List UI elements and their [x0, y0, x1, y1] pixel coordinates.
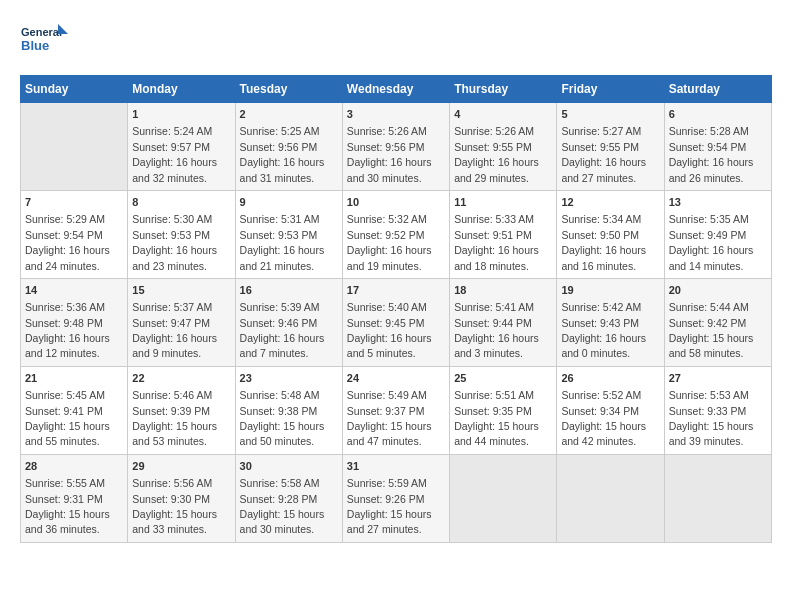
day-info: Sunrise: 5:58 AM Sunset: 9:28 PM Dayligh… — [240, 477, 325, 535]
day-number: 11 — [454, 195, 552, 210]
calendar-week-4: 21Sunrise: 5:45 AM Sunset: 9:41 PM Dayli… — [21, 366, 772, 454]
day-info: Sunrise: 5:34 AM Sunset: 9:50 PM Dayligh… — [561, 213, 646, 271]
day-number: 9 — [240, 195, 338, 210]
day-number: 30 — [240, 459, 338, 474]
day-info: Sunrise: 5:36 AM Sunset: 9:48 PM Dayligh… — [25, 301, 110, 359]
calendar-cell: 12Sunrise: 5:34 AM Sunset: 9:50 PM Dayli… — [557, 190, 664, 278]
day-info: Sunrise: 5:45 AM Sunset: 9:41 PM Dayligh… — [25, 389, 110, 447]
day-info: Sunrise: 5:32 AM Sunset: 9:52 PM Dayligh… — [347, 213, 432, 271]
calendar-header-row: SundayMondayTuesdayWednesdayThursdayFrid… — [21, 76, 772, 103]
day-number: 31 — [347, 459, 445, 474]
calendar-cell: 23Sunrise: 5:48 AM Sunset: 9:38 PM Dayli… — [235, 366, 342, 454]
calendar-week-2: 7Sunrise: 5:29 AM Sunset: 9:54 PM Daylig… — [21, 190, 772, 278]
calendar-cell: 6Sunrise: 5:28 AM Sunset: 9:54 PM Daylig… — [664, 103, 771, 191]
calendar-cell: 8Sunrise: 5:30 AM Sunset: 9:53 PM Daylig… — [128, 190, 235, 278]
logo-icon: General Blue — [20, 20, 70, 65]
day-info: Sunrise: 5:35 AM Sunset: 9:49 PM Dayligh… — [669, 213, 754, 271]
day-info: Sunrise: 5:33 AM Sunset: 9:51 PM Dayligh… — [454, 213, 539, 271]
calendar-cell: 13Sunrise: 5:35 AM Sunset: 9:49 PM Dayli… — [664, 190, 771, 278]
calendar-cell — [450, 454, 557, 542]
calendar-cell: 29Sunrise: 5:56 AM Sunset: 9:30 PM Dayli… — [128, 454, 235, 542]
day-number: 27 — [669, 371, 767, 386]
day-number: 19 — [561, 283, 659, 298]
day-info: Sunrise: 5:42 AM Sunset: 9:43 PM Dayligh… — [561, 301, 646, 359]
calendar-week-1: 1Sunrise: 5:24 AM Sunset: 9:57 PM Daylig… — [21, 103, 772, 191]
calendar-table: SundayMondayTuesdayWednesdayThursdayFrid… — [20, 75, 772, 543]
calendar-cell: 3Sunrise: 5:26 AM Sunset: 9:56 PM Daylig… — [342, 103, 449, 191]
header-thursday: Thursday — [450, 76, 557, 103]
day-info: Sunrise: 5:24 AM Sunset: 9:57 PM Dayligh… — [132, 125, 217, 183]
day-info: Sunrise: 5:48 AM Sunset: 9:38 PM Dayligh… — [240, 389, 325, 447]
calendar-week-3: 14Sunrise: 5:36 AM Sunset: 9:48 PM Dayli… — [21, 278, 772, 366]
day-info: Sunrise: 5:53 AM Sunset: 9:33 PM Dayligh… — [669, 389, 754, 447]
logo: General Blue — [20, 20, 70, 65]
calendar-cell: 9Sunrise: 5:31 AM Sunset: 9:53 PM Daylig… — [235, 190, 342, 278]
day-info: Sunrise: 5:52 AM Sunset: 9:34 PM Dayligh… — [561, 389, 646, 447]
day-info: Sunrise: 5:51 AM Sunset: 9:35 PM Dayligh… — [454, 389, 539, 447]
day-info: Sunrise: 5:41 AM Sunset: 9:44 PM Dayligh… — [454, 301, 539, 359]
header: General Blue — [20, 20, 772, 65]
calendar-cell: 2Sunrise: 5:25 AM Sunset: 9:56 PM Daylig… — [235, 103, 342, 191]
calendar-cell: 24Sunrise: 5:49 AM Sunset: 9:37 PM Dayli… — [342, 366, 449, 454]
calendar-cell: 20Sunrise: 5:44 AM Sunset: 9:42 PM Dayli… — [664, 278, 771, 366]
calendar-cell: 28Sunrise: 5:55 AM Sunset: 9:31 PM Dayli… — [21, 454, 128, 542]
calendar-cell: 22Sunrise: 5:46 AM Sunset: 9:39 PM Dayli… — [128, 366, 235, 454]
day-number: 22 — [132, 371, 230, 386]
day-info: Sunrise: 5:29 AM Sunset: 9:54 PM Dayligh… — [25, 213, 110, 271]
day-number: 14 — [25, 283, 123, 298]
svg-text:General: General — [21, 26, 62, 38]
day-number: 28 — [25, 459, 123, 474]
day-number: 4 — [454, 107, 552, 122]
calendar-cell: 27Sunrise: 5:53 AM Sunset: 9:33 PM Dayli… — [664, 366, 771, 454]
calendar-cell: 16Sunrise: 5:39 AM Sunset: 9:46 PM Dayli… — [235, 278, 342, 366]
day-number: 26 — [561, 371, 659, 386]
day-info: Sunrise: 5:40 AM Sunset: 9:45 PM Dayligh… — [347, 301, 432, 359]
day-number: 5 — [561, 107, 659, 122]
day-info: Sunrise: 5:49 AM Sunset: 9:37 PM Dayligh… — [347, 389, 432, 447]
day-info: Sunrise: 5:26 AM Sunset: 9:56 PM Dayligh… — [347, 125, 432, 183]
day-number: 2 — [240, 107, 338, 122]
header-sunday: Sunday — [21, 76, 128, 103]
calendar-cell: 4Sunrise: 5:26 AM Sunset: 9:55 PM Daylig… — [450, 103, 557, 191]
calendar-cell: 25Sunrise: 5:51 AM Sunset: 9:35 PM Dayli… — [450, 366, 557, 454]
calendar-cell: 21Sunrise: 5:45 AM Sunset: 9:41 PM Dayli… — [21, 366, 128, 454]
day-info: Sunrise: 5:59 AM Sunset: 9:26 PM Dayligh… — [347, 477, 432, 535]
day-info: Sunrise: 5:27 AM Sunset: 9:55 PM Dayligh… — [561, 125, 646, 183]
calendar-cell: 11Sunrise: 5:33 AM Sunset: 9:51 PM Dayli… — [450, 190, 557, 278]
day-number: 23 — [240, 371, 338, 386]
calendar-cell: 1Sunrise: 5:24 AM Sunset: 9:57 PM Daylig… — [128, 103, 235, 191]
calendar-cell — [664, 454, 771, 542]
calendar-cell: 30Sunrise: 5:58 AM Sunset: 9:28 PM Dayli… — [235, 454, 342, 542]
day-info: Sunrise: 5:44 AM Sunset: 9:42 PM Dayligh… — [669, 301, 754, 359]
day-number: 8 — [132, 195, 230, 210]
day-number: 15 — [132, 283, 230, 298]
day-info: Sunrise: 5:46 AM Sunset: 9:39 PM Dayligh… — [132, 389, 217, 447]
header-friday: Friday — [557, 76, 664, 103]
day-number: 25 — [454, 371, 552, 386]
day-info: Sunrise: 5:26 AM Sunset: 9:55 PM Dayligh… — [454, 125, 539, 183]
day-info: Sunrise: 5:28 AM Sunset: 9:54 PM Dayligh… — [669, 125, 754, 183]
calendar-cell — [21, 103, 128, 191]
day-info: Sunrise: 5:25 AM Sunset: 9:56 PM Dayligh… — [240, 125, 325, 183]
day-info: Sunrise: 5:31 AM Sunset: 9:53 PM Dayligh… — [240, 213, 325, 271]
day-number: 24 — [347, 371, 445, 386]
day-number: 1 — [132, 107, 230, 122]
day-number: 12 — [561, 195, 659, 210]
day-info: Sunrise: 5:30 AM Sunset: 9:53 PM Dayligh… — [132, 213, 217, 271]
day-number: 3 — [347, 107, 445, 122]
svg-text:Blue: Blue — [21, 38, 49, 53]
day-number: 21 — [25, 371, 123, 386]
calendar-cell: 5Sunrise: 5:27 AM Sunset: 9:55 PM Daylig… — [557, 103, 664, 191]
day-number: 20 — [669, 283, 767, 298]
day-number: 16 — [240, 283, 338, 298]
calendar-cell: 15Sunrise: 5:37 AM Sunset: 9:47 PM Dayli… — [128, 278, 235, 366]
day-info: Sunrise: 5:39 AM Sunset: 9:46 PM Dayligh… — [240, 301, 325, 359]
calendar-cell: 18Sunrise: 5:41 AM Sunset: 9:44 PM Dayli… — [450, 278, 557, 366]
day-info: Sunrise: 5:56 AM Sunset: 9:30 PM Dayligh… — [132, 477, 217, 535]
day-info: Sunrise: 5:37 AM Sunset: 9:47 PM Dayligh… — [132, 301, 217, 359]
day-info: Sunrise: 5:55 AM Sunset: 9:31 PM Dayligh… — [25, 477, 110, 535]
calendar-cell — [557, 454, 664, 542]
calendar-week-5: 28Sunrise: 5:55 AM Sunset: 9:31 PM Dayli… — [21, 454, 772, 542]
day-number: 13 — [669, 195, 767, 210]
header-tuesday: Tuesday — [235, 76, 342, 103]
